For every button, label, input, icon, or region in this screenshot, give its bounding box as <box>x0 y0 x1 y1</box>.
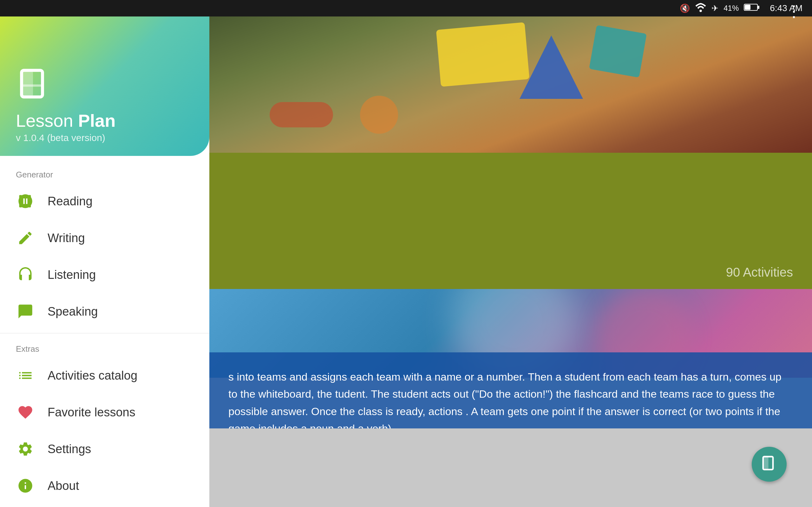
favorite-lessons-icon <box>16 403 35 422</box>
olive-section: 90 Activities <box>209 153 812 289</box>
sidebar-item-settings[interactable]: Settings <box>0 431 209 467</box>
activities-catalog-icon <box>16 366 35 385</box>
three-dots-menu[interactable]: ⋮ <box>786 3 803 19</box>
sidebar: Lesson Plan v 1.0.4 (beta version) Gener… <box>0 16 209 507</box>
sidebar-item-reading[interactable]: Reading <box>0 183 209 220</box>
activities-count: 90 Activities <box>726 265 793 279</box>
activities-catalog-label: Activities catalog <box>48 369 137 383</box>
airplane-icon: ✈ <box>711 3 718 13</box>
battery-indicator: 41% <box>723 4 739 13</box>
listening-label: Listening <box>48 268 96 282</box>
svg-rect-7 <box>763 457 768 469</box>
sidebar-item-speaking[interactable]: Speaking <box>0 293 209 330</box>
speaking-icon <box>16 302 35 321</box>
generator-section-label: Generator <box>0 162 209 183</box>
extras-section-label: Extras <box>0 337 209 357</box>
wifi-icon <box>695 3 706 14</box>
writing-label: Writing <box>48 231 85 245</box>
about-icon <box>16 476 35 495</box>
fab-logo-icon <box>760 455 779 474</box>
sidebar-header: Lesson Plan v 1.0.4 (beta version) <box>0 16 209 156</box>
sidebar-content: Generator Reading Writing <box>0 156 209 507</box>
sidebar-item-writing[interactable]: Writing <box>0 220 209 257</box>
volume-muted-icon: 🔇 <box>680 3 690 13</box>
app-title-plan: Plan <box>78 111 115 130</box>
hero-image <box>209 16 812 153</box>
app-title: Lesson Plan <box>16 111 194 130</box>
app-logo <box>16 66 54 105</box>
status-icons: 🔇 ✈ 41% 6:43 AM <box>680 3 803 14</box>
svg-rect-2 <box>745 5 751 10</box>
settings-icon <box>16 440 35 458</box>
status-bar: 🔇 ✈ 41% 6:43 AM <box>0 0 812 16</box>
app-title-lesson: Lesson <box>16 111 78 130</box>
favorite-lessons-label: Favorite lessons <box>48 406 136 419</box>
reading-icon <box>16 192 35 211</box>
reading-label: Reading <box>48 194 93 208</box>
svg-rect-1 <box>758 6 759 9</box>
divider <box>0 333 209 333</box>
sidebar-item-listening[interactable]: Listening <box>0 257 209 293</box>
svg-rect-4 <box>21 70 33 97</box>
gray-bottom-section <box>209 429 812 507</box>
battery-icon <box>744 3 760 14</box>
sidebar-item-favorite-lessons[interactable]: Favorite lessons <box>0 394 209 431</box>
main-content: 90 Activities s into teams and assigns e… <box>209 16 812 507</box>
writing-icon <box>16 228 35 247</box>
description-text: s into teams and assigns each team with … <box>229 368 793 437</box>
settings-label: Settings <box>48 442 91 456</box>
about-label: About <box>48 479 79 493</box>
speaking-label: Speaking <box>48 305 98 319</box>
app-version: v 1.0.4 (beta version) <box>16 132 194 143</box>
sidebar-item-about[interactable]: About <box>0 467 209 504</box>
fab-button[interactable] <box>752 447 786 482</box>
sidebar-item-activities-catalog[interactable]: Activities catalog <box>0 357 209 394</box>
listening-icon <box>16 265 35 284</box>
